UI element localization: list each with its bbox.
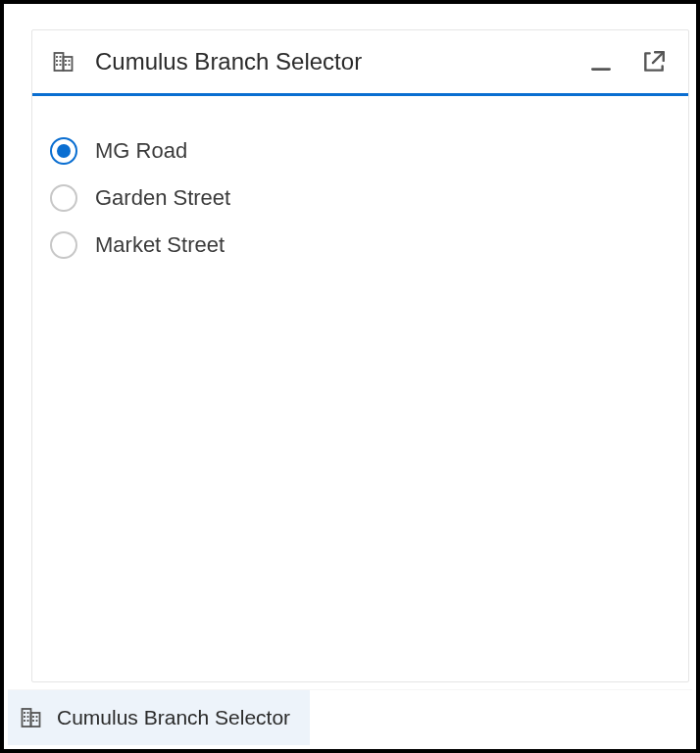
dialog-body: MG RoadGarden StreetMarket Street [32, 96, 688, 300]
svg-rect-1 [64, 57, 73, 71]
taskbar-item[interactable]: Cumulus Branch Selector [8, 690, 310, 745]
app-frame: Cumulus Branch Selector MG RoadGarden [0, 0, 700, 753]
task-bar: Cumulus Branch Selector [8, 690, 692, 745]
window-controls [588, 49, 667, 75]
radio-button-icon [50, 231, 77, 259]
buildings-icon [20, 706, 43, 729]
branch-radio-label: Garden Street [95, 185, 230, 211]
buildings-icon [52, 50, 75, 74]
branch-radio-item[interactable]: MG Road [48, 127, 673, 175]
popout-icon[interactable] [641, 49, 667, 75]
branch-radio-item[interactable]: Market Street [48, 222, 673, 269]
window-title: Cumulus Branch Selector [95, 48, 569, 75]
branch-radio-label: MG Road [95, 138, 187, 164]
radio-button-icon [50, 137, 77, 165]
branch-radio-list: MG RoadGarden StreetMarket Street [48, 127, 673, 269]
branch-radio-item[interactable]: Garden Street [48, 175, 673, 222]
svg-line-13 [653, 52, 664, 63]
branch-radio-label: Market Street [95, 232, 225, 258]
title-bar: Cumulus Branch Selector [32, 30, 688, 96]
svg-rect-15 [31, 713, 40, 727]
svg-rect-14 [23, 709, 31, 727]
minimize-icon[interactable] [588, 49, 614, 75]
dialog-window: Cumulus Branch Selector MG RoadGarden [31, 29, 689, 682]
radio-button-icon [50, 184, 77, 212]
taskbar-item-label: Cumulus Branch Selector [57, 706, 290, 729]
svg-rect-0 [55, 53, 64, 71]
